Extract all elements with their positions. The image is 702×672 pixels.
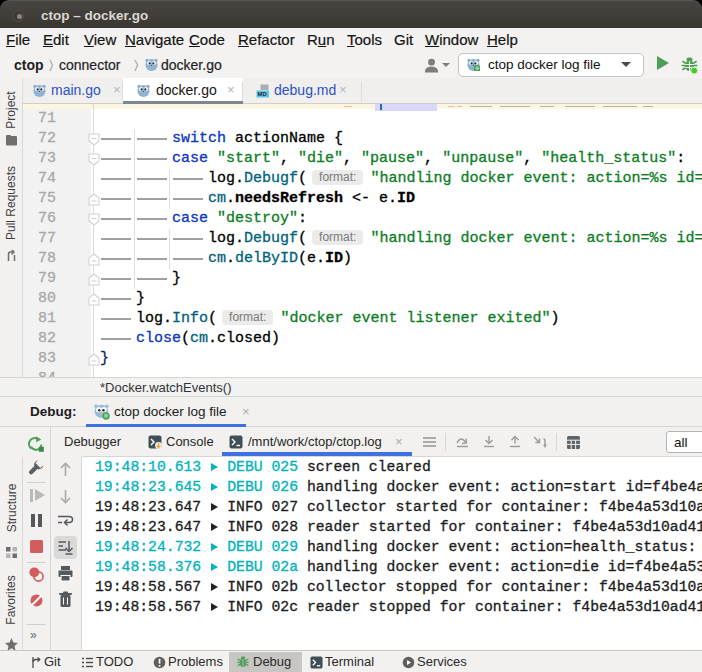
svg-text:MD: MD bbox=[258, 91, 267, 97]
